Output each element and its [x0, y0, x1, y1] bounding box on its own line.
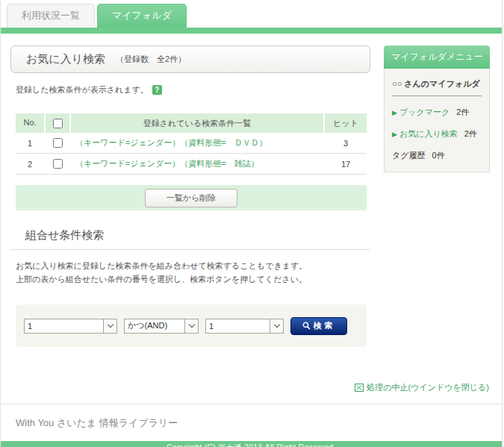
sidebar-title: マイフォルダメニュー: [384, 46, 490, 69]
tab-bar: 利用状況一覧 マイフォルダ: [1, 0, 502, 28]
table-row: 1 （キーワード=ジェンダー）（資料形態= ＤＶＤ） 3: [16, 133, 367, 154]
table-header-row: No. 登録されている検索条件一覧 ヒット: [16, 113, 367, 133]
magnifier-icon: [302, 322, 311, 330]
table-row: 2 （キーワード=ジェンダー）（資料形態= 雑誌） 17: [16, 154, 367, 175]
sidebar-item-count: 2件: [464, 128, 477, 140]
row-number: 2: [16, 160, 44, 169]
sidebar-item-favorite-search[interactable]: ▶ お気に入り検索 2件: [392, 128, 482, 140]
row-checkbox[interactable]: [53, 138, 63, 148]
page-title: お気に入り検索: [26, 52, 105, 66]
tab-usage-list[interactable]: 利用状況一覧: [7, 4, 95, 28]
combine-select-2-value: 1: [206, 322, 270, 331]
section-divider: [10, 249, 370, 250]
header-checkbox-cell: [46, 113, 69, 133]
my-folder-menu: マイフォルダメニュー ○○ さんのマイフォルダ ▶ ブックマーク 2件 ▶ お気…: [384, 46, 490, 347]
chevron-down-icon: [103, 319, 116, 333]
cancel-link-label: 処理の中止(ウインドウを閉じる): [367, 382, 489, 393]
help-icon[interactable]: ?: [152, 85, 162, 95]
header-hits: ヒット: [325, 113, 367, 133]
delete-action-band: 一覧から削除: [16, 185, 367, 210]
site-name: With You さいたま 情報ライブラリー: [1, 404, 502, 441]
header-no: No.: [16, 113, 44, 133]
sidebar-item-tag-history: タグ履歴0件: [392, 150, 482, 161]
combine-operator-select[interactable]: かつ(AND): [124, 319, 199, 334]
cancel-row: 処理の中止(ウインドウを閉じる): [1, 382, 489, 393]
arrow-right-icon: ▶: [392, 109, 397, 116]
search-button-label: 検索: [314, 320, 336, 331]
close-window-icon: [355, 384, 364, 392]
combine-description-line1: お気に入り検索に登録した検索条件を組み合わせて検索することもできます。: [16, 260, 370, 273]
chevron-down-icon: [270, 319, 283, 333]
sidebar-item-count: 0件: [432, 151, 445, 160]
sidebar-body: ○○ さんのマイフォルダ ▶ ブックマーク 2件 ▶ お気に入り検索 2件 タグ…: [384, 69, 490, 172]
favorites-note: 登録した検索条件が表示されます。: [16, 84, 149, 96]
row-number: 1: [16, 139, 44, 148]
combine-section-title: 組合せ条件検索: [25, 228, 370, 243]
registered-count: （登録数 全2件）: [116, 54, 186, 65]
combine-description: お気に入り検索に登録した検索条件を組み合わせて検索することもできます。 上部の表…: [16, 260, 370, 286]
tab-my-folder[interactable]: マイフォルダ: [97, 4, 187, 28]
hit-count: 3: [325, 139, 367, 148]
combine-select-2[interactable]: 1: [205, 319, 284, 334]
search-condition-link[interactable]: （キーワード=ジェンダー）（資料形態= 雑誌）: [71, 158, 323, 169]
row-checkbox-cell: [46, 138, 69, 148]
combine-select-1[interactable]: 1: [24, 319, 117, 334]
sidebar-item-label: ブックマーク: [399, 107, 449, 118]
search-button[interactable]: 検索: [290, 317, 347, 335]
sidebar-item-count: 2件: [456, 107, 469, 118]
chevron-down-icon: [184, 319, 198, 333]
search-condition-link[interactable]: （キーワード=ジェンダー）（資料形態= ＤＶＤ）: [71, 137, 323, 149]
select-all-checkbox[interactable]: [53, 119, 63, 128]
row-checkbox[interactable]: [53, 159, 63, 169]
favorites-table: No. 登録されている検索条件一覧 ヒット 1 （キーワード=ジェンダー）（資料…: [16, 113, 367, 175]
header-condition-list: 登録されている検索条件一覧: [71, 113, 323, 133]
delete-from-list-button[interactable]: 一覧から削除: [145, 189, 238, 207]
folder-owner-label: ○○ さんのマイフォルダ: [392, 78, 482, 96]
accent-bar: [1, 28, 502, 34]
combine-select-1-value: 1: [25, 322, 103, 331]
hit-count: 17: [325, 160, 367, 169]
content-area: お気に入り検索 （登録数 全2件） 登録した検索条件が表示されます。 ? No.…: [1, 34, 502, 347]
cancel-process-link[interactable]: 処理の中止(ウインドウを閉じる): [355, 382, 489, 393]
arrow-right-icon: ▶: [392, 131, 397, 138]
combine-operator-value: かつ(AND): [125, 320, 184, 331]
combine-form: 1 かつ(AND) 1 検索: [16, 304, 367, 347]
row-checkbox-cell: [46, 159, 69, 169]
sidebar-item-label: タグ履歴: [392, 151, 426, 160]
favorites-note-row: 登録した検索条件が表示されます。 ?: [16, 84, 370, 96]
sidebar-item-bookmarks[interactable]: ▶ ブックマーク 2件: [392, 107, 482, 118]
page-container: 利用状況一覧 マイフォルダ お気に入り検索 （登録数 全2件） 登録した検索条件…: [0, 0, 503, 447]
favorites-title-box: お気に入り検索 （登録数 全2件）: [10, 46, 370, 73]
sidebar-item-label: お気に入り検索: [399, 128, 458, 140]
combine-description-line2: 上部の表から組合せたい条件の番号を選択し、検索ボタンを押してください。: [16, 273, 370, 287]
copyright-bar: Copyright (C) 富士通 2013 All Right Reserve…: [1, 441, 502, 447]
main-column: お気に入り検索 （登録数 全2件） 登録した検索条件が表示されます。 ? No.…: [10, 46, 370, 347]
